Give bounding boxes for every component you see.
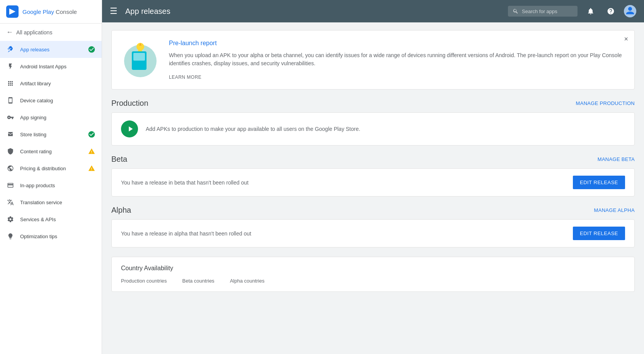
beta-card: You have a release in beta that hasn't b…	[111, 168, 635, 196]
sidebar-item-label-device-catalog: Device catalog	[20, 98, 95, 103]
sidebar-item-pricing-distribution[interactable]: Pricing & distribution	[0, 160, 102, 177]
avatar[interactable]	[624, 5, 636, 17]
sidebar-item-label-content-rating: Content rating	[20, 149, 88, 154]
manage-production-button[interactable]: MANAGE PRODUCTION	[576, 100, 635, 106]
notifications-button[interactable]	[584, 4, 598, 18]
sidebar-item-artifact-library[interactable]: Artifact library	[0, 75, 102, 92]
key-icon	[6, 113, 15, 122]
nav-badge-content-rating	[88, 147, 95, 155]
sidebar-item-optimization-tips[interactable]: Optimization tips	[0, 228, 102, 245]
topbar-actions: Search for apps	[508, 4, 636, 18]
sidebar-item-android-instant-apps[interactable]: Android Instant Apps	[0, 58, 102, 75]
sidebar-item-label-in-app-products: In-app products	[20, 183, 95, 188]
country-availability-section: Country Availability Production countrie…	[111, 257, 635, 292]
nav-badge-app-releases	[88, 46, 95, 53]
main-content: Pre-launch report When you upload an APK…	[102, 22, 644, 354]
globe-icon	[6, 164, 15, 173]
prelaunch-illustration	[121, 40, 160, 78]
bolt-icon	[6, 62, 15, 71]
store-icon	[6, 130, 15, 139]
sidebar-item-label-translation-service: Translation service	[20, 200, 95, 205]
beta-countries-label: Beta countries	[182, 278, 215, 284]
sidebar-item-label-artifact-library: Artifact library	[20, 81, 95, 86]
sidebar-item-label-optimization-tips: Optimization tips	[20, 234, 95, 239]
close-prelaunch-button[interactable]: ×	[624, 35, 628, 43]
prelaunch-title: Pre-launch report	[169, 40, 625, 47]
back-button[interactable]: ← All applications	[0, 24, 102, 41]
back-arrow-icon: ←	[6, 28, 13, 36]
svg-rect-4	[133, 53, 145, 61]
country-card: Country Availability Production countrie…	[111, 257, 635, 292]
sidebar-item-device-catalog[interactable]: Device catalog	[0, 92, 102, 109]
production-countries-label: Production countries	[121, 278, 167, 284]
production-card: Add APKs to production to make your app …	[111, 112, 635, 146]
sidebar: Google Play Console ← All applications A…	[0, 0, 102, 354]
settings-icon	[6, 215, 15, 224]
sidebar-item-services-apis[interactable]: Services & APIs	[0, 211, 102, 228]
prelaunch-description: When you upload an APK to your alpha or …	[169, 51, 625, 68]
sidebar-item-store-listing[interactable]: Store listing	[0, 126, 102, 143]
manage-alpha-button[interactable]: MANAGE ALPHA	[594, 207, 635, 213]
sidebar-item-in-app-products[interactable]: In-app products	[0, 177, 102, 194]
alpha-title: Alpha	[111, 206, 131, 215]
production-title: Production	[111, 99, 148, 108]
phone-icon	[6, 96, 15, 105]
sidebar-item-label-app-releases: App releases	[20, 47, 88, 53]
sidebar-item-label-services-apis: Services & APIs	[20, 217, 95, 222]
search-box[interactable]: Search for apps	[508, 6, 578, 17]
play-triangle-icon	[126, 125, 135, 133]
country-columns: Production countries Beta countries Alph…	[121, 278, 625, 284]
page-title: App releases	[125, 7, 508, 16]
back-label: All applications	[16, 29, 52, 36]
play-store-icon	[6, 5, 19, 18]
user-avatar-icon	[624, 5, 636, 17]
country-availability-title: Country Availability	[121, 265, 625, 272]
production-header: Production MANAGE PRODUCTION	[111, 99, 635, 108]
alpha-message: You have a release in alpha that hasn't …	[121, 230, 573, 237]
search-icon	[513, 8, 519, 14]
help-button[interactable]	[604, 4, 618, 18]
sidebar-item-label-pricing-distribution: Pricing & distribution	[20, 166, 88, 171]
production-play-icon	[121, 120, 138, 137]
beta-title: Beta	[111, 155, 127, 164]
shield-icon	[6, 147, 15, 156]
topbar: ☰ App releases Search for apps	[102, 0, 644, 22]
translate-icon	[6, 198, 15, 207]
edit-release-alpha-button[interactable]: EDIT RELEASE	[573, 227, 625, 240]
beta-header: Beta MANAGE BETA	[111, 155, 635, 164]
alpha-card: You have a release in alpha that hasn't …	[111, 219, 635, 247]
sidebar-item-label-store-listing: Store listing	[20, 132, 88, 137]
sidebar-nav: App releasesAndroid Instant AppsArtifact…	[0, 41, 102, 354]
bell-icon	[587, 7, 595, 15]
sidebar-item-app-releases[interactable]: App releases	[0, 41, 102, 58]
card-icon	[6, 181, 15, 190]
sidebar-item-label-app-signing: App signing	[20, 115, 95, 120]
nav-badge-pricing-distribution	[88, 164, 95, 172]
grid-icon	[6, 79, 15, 88]
learn-more-link[interactable]: LEARN MORE	[169, 75, 201, 80]
sidebar-logo: Google Play Console	[0, 0, 102, 24]
help-icon	[607, 7, 615, 15]
production-section: Production MANAGE PRODUCTION Add APKs to…	[111, 99, 635, 146]
nav-badge-store-listing	[88, 130, 95, 138]
sidebar-item-translation-service[interactable]: Translation service	[0, 194, 102, 211]
production-description: Add APKs to production to make your app …	[146, 126, 625, 132]
edit-release-beta-button[interactable]: EDIT RELEASE	[573, 176, 625, 189]
alpha-section: Alpha MANAGE ALPHA You have a release in…	[111, 206, 635, 247]
alpha-header: Alpha MANAGE ALPHA	[111, 206, 635, 215]
prelaunch-card: Pre-launch report When you upload an APK…	[111, 30, 635, 90]
menu-button[interactable]: ☰	[110, 6, 118, 16]
main-area: ☰ App releases Search for apps	[102, 0, 644, 354]
rocket-icon	[6, 45, 15, 54]
manage-beta-button[interactable]: MANAGE BETA	[598, 156, 635, 162]
prelaunch-content: Pre-launch report When you upload an APK…	[169, 40, 625, 80]
sidebar-item-label-android-instant-apps: Android Instant Apps	[20, 64, 95, 69]
svg-rect-1	[624, 5, 636, 17]
search-placeholder: Search for apps	[522, 8, 557, 14]
sidebar-logo-text: Google Play Console	[22, 8, 77, 15]
beta-message: You have a release in beta that hasn't b…	[121, 180, 573, 186]
bulb-icon	[6, 232, 15, 241]
sidebar-item-app-signing[interactable]: App signing	[0, 109, 102, 126]
sidebar-item-content-rating[interactable]: Content rating	[0, 143, 102, 160]
beta-section: Beta MANAGE BETA You have a release in b…	[111, 155, 635, 196]
